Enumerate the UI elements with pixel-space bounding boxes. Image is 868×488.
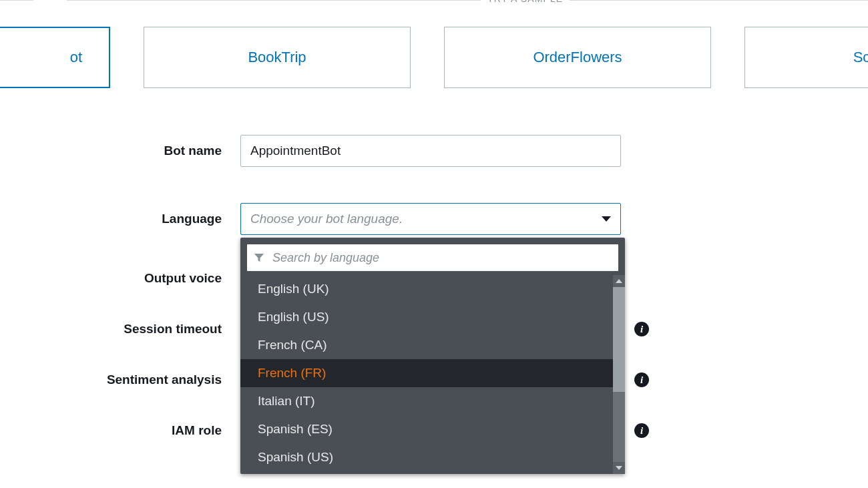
input-bot-name[interactable] bbox=[240, 135, 621, 167]
card-booktrip[interactable]: BookTrip bbox=[144, 27, 411, 88]
section-label-sample: TRY A SAMPLE bbox=[481, 0, 570, 4]
section-rule-sample bbox=[67, 0, 868, 1]
info-icon[interactable]: i bbox=[634, 322, 649, 336]
section-rule-own bbox=[0, 0, 33, 1]
language-search-box[interactable] bbox=[247, 244, 618, 271]
language-dropdown: English (UK)English (US)French (CA)Frenc… bbox=[240, 238, 625, 474]
card-custom-bot[interactable]: ot bbox=[0, 27, 110, 88]
scrollbar-down-button[interactable] bbox=[613, 462, 625, 474]
select-language-placeholder: Choose your bot language. bbox=[250, 212, 403, 226]
card-custom-bot-label: ot bbox=[70, 49, 82, 66]
chevron-down-icon bbox=[602, 216, 611, 222]
language-option[interactable]: French (CA) bbox=[240, 331, 625, 359]
row-bot-name: Bot name bbox=[67, 135, 868, 167]
language-option[interactable]: English (UK) bbox=[240, 275, 625, 303]
language-option-list-wrap: English (UK)English (US)French (CA)Frenc… bbox=[240, 275, 625, 474]
info-icon[interactable]: i bbox=[634, 423, 649, 438]
label-sentiment: Sentiment analysis bbox=[67, 373, 240, 387]
card-orderflowers-label: OrderFlowers bbox=[533, 49, 622, 66]
label-language: Language bbox=[67, 212, 240, 226]
language-option[interactable]: French (FR) bbox=[240, 359, 625, 387]
filter-icon bbox=[254, 252, 264, 263]
label-iam-role: IAM role bbox=[67, 423, 240, 438]
language-search-input[interactable] bbox=[271, 250, 612, 266]
scrollbar-thumb[interactable] bbox=[613, 287, 625, 392]
label-output-voice: Output voice bbox=[67, 271, 240, 286]
language-option[interactable]: Spanish (US) bbox=[240, 443, 625, 471]
label-bot-name: Bot name bbox=[67, 144, 240, 158]
row-language: Language Choose your bot language. Engli… bbox=[67, 203, 868, 235]
scrollbar-track[interactable] bbox=[613, 287, 625, 462]
template-card-row: OWN TRY A SAMPLE ot BookTrip OrderFlower… bbox=[0, 0, 868, 88]
scrollbar-up-button[interactable] bbox=[613, 275, 625, 287]
select-language[interactable]: Choose your bot language. bbox=[240, 203, 621, 235]
card-schedule[interactable]: Schedu bbox=[744, 27, 868, 88]
language-option-list: English (UK)English (US)French (CA)Frenc… bbox=[240, 275, 625, 474]
dropdown-scrollbar[interactable] bbox=[613, 275, 625, 474]
language-option[interactable]: Spanish (ES) bbox=[240, 415, 625, 443]
bot-config-form: Bot name Language Choose your bot langua… bbox=[67, 135, 868, 438]
card-booktrip-label: BookTrip bbox=[248, 49, 306, 66]
language-option[interactable]: English (US) bbox=[240, 303, 625, 331]
language-option[interactable]: Italian (IT) bbox=[240, 387, 625, 415]
label-session-timeout: Session timeout bbox=[67, 322, 240, 336]
card-orderflowers[interactable]: OrderFlowers bbox=[444, 27, 711, 88]
info-icon[interactable]: i bbox=[634, 373, 649, 387]
card-schedule-label: Schedu bbox=[853, 49, 868, 66]
